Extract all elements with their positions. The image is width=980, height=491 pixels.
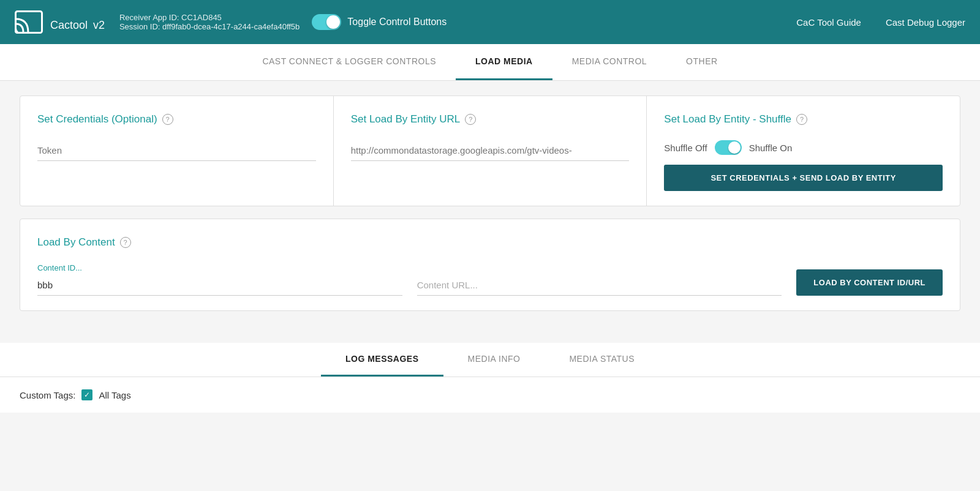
tab-log-messages[interactable]: LOG MESSAGES — [321, 343, 443, 377]
load-content-title: Load By Content ? — [37, 236, 943, 249]
session-info: Receiver App ID: CC1AD845 Session ID: df… — [119, 13, 300, 31]
all-tags-checkbox[interactable]: ✓ — [81, 389, 92, 400]
entity-url-help-icon[interactable]: ? — [465, 114, 476, 125]
tab-media-info[interactable]: MEDIA INFO — [443, 343, 545, 377]
content-id-label: Content ID... — [37, 263, 402, 272]
tab-load-media[interactable]: LOAD MEDIA — [456, 44, 552, 80]
shuffle-row: Shuffle Off Shuffle On — [664, 140, 943, 155]
header: Cactool v2 Receiver App ID: CC1AD845 Ses… — [0, 0, 980, 44]
credentials-title-text: Set Credentials (Optional) — [37, 113, 157, 126]
load-content-inputs: Content ID... LOAD BY CONTENT ID/URL — [37, 263, 943, 296]
header-nav: CaC Tool Guide Cast Debug Logger — [796, 17, 965, 28]
token-input[interactable] — [37, 140, 316, 161]
main-tabs: CAST CONNECT & LOGGER CONTROLS LOAD MEDI… — [0, 44, 980, 81]
credentials-card: Set Credentials (Optional) ? — [20, 96, 334, 206]
entity-shuffle-help-icon[interactable]: ? — [796, 114, 807, 125]
entity-shuffle-card-title: Set Load By Entity - Shuffle ? — [664, 113, 943, 126]
tab-media-status[interactable]: MEDIA STATUS — [545, 343, 659, 377]
logo-version: v2 — [93, 19, 105, 31]
tab-cast-connect[interactable]: CAST CONNECT & LOGGER CONTROLS — [243, 44, 456, 80]
credentials-card-title: Set Credentials (Optional) ? — [37, 113, 316, 126]
cac-tool-guide-link[interactable]: CaC Tool Guide — [796, 17, 861, 28]
entity-shuffle-card: Set Load By Entity - Shuffle ? Shuffle O… — [647, 96, 960, 206]
toggle-label: Toggle Control Buttons — [347, 17, 447, 28]
logo: Cactool v2 — [15, 10, 105, 34]
shuffle-toggle[interactable] — [715, 140, 742, 155]
shuffle-on-label: Shuffle On — [749, 143, 793, 153]
content-area: Set Credentials (Optional) ? Set Load By… — [0, 81, 980, 338]
cast-logo-icon — [15, 10, 43, 34]
session-id: Session ID: dff9fab0-dcea-4c17-a244-ca4e… — [119, 22, 300, 31]
tab-media-control[interactable]: MEDIA CONTROL — [552, 44, 666, 80]
receiver-id: Receiver App ID: CC1AD845 — [119, 13, 300, 22]
entity-url-card-title: Set Load By Entity URL ? — [351, 113, 630, 126]
entity-url-input[interactable] — [351, 140, 630, 161]
bottom-section: LOG MESSAGES MEDIA INFO MEDIA STATUS Cus… — [0, 343, 980, 413]
toggle-control-buttons[interactable] — [312, 14, 341, 30]
entity-url-card: Set Load By Entity URL ? — [334, 96, 647, 206]
load-content-title-text: Load By Content — [37, 236, 115, 249]
content-id-group: Content ID... — [37, 263, 402, 296]
all-tags-label: All Tags — [99, 390, 130, 400]
entity-shuffle-title-text: Set Load By Entity - Shuffle — [664, 113, 791, 126]
bottom-tabs: LOG MESSAGES MEDIA INFO MEDIA STATUS — [0, 343, 980, 377]
logo-name: Cactool — [50, 19, 88, 31]
logo-text: Cactool v2 — [50, 11, 105, 34]
credentials-help-icon[interactable]: ? — [162, 114, 173, 125]
content-id-input[interactable] — [37, 275, 402, 296]
cards-row: Set Credentials (Optional) ? Set Load By… — [20, 96, 960, 206]
cast-debug-logger-link[interactable]: Cast Debug Logger — [886, 17, 965, 28]
svg-point-1 — [15, 31, 18, 34]
load-content-section: Load By Content ? Content ID... LOAD BY … — [20, 219, 960, 311]
load-by-content-button[interactable]: LOAD BY CONTENT ID/URL — [796, 269, 943, 296]
entity-url-title-text: Set Load By Entity URL — [351, 113, 461, 126]
load-content-help-icon[interactable]: ? — [120, 237, 131, 248]
content-url-input[interactable] — [417, 275, 782, 296]
set-credentials-send-load-button[interactable]: SET CREDENTIALS + SEND LOAD BY ENTITY — [664, 165, 943, 191]
custom-tags-label: Custom Tags: — [20, 390, 75, 400]
content-url-group — [417, 275, 782, 296]
toggle-section: Toggle Control Buttons — [312, 14, 447, 30]
custom-tags-row: Custom Tags: ✓ All Tags — [0, 377, 980, 413]
shuffle-off-label: Shuffle Off — [664, 143, 707, 153]
tab-other[interactable]: OTHER — [666, 44, 737, 80]
